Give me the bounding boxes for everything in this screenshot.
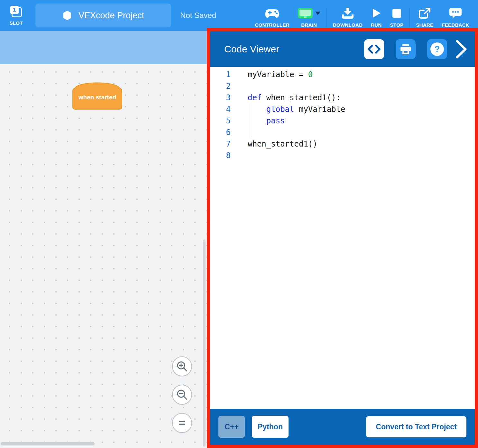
- line-number: 6: [210, 127, 231, 138]
- top-toolbar: 1 SLOT VEXcode Project Not Saved: [0, 0, 478, 31]
- line-number: 3: [210, 92, 231, 103]
- toolbar-divider: [326, 8, 327, 28]
- code-text: myVariable = 0: [248, 69, 313, 80]
- share-icon: [418, 7, 431, 19]
- toolbar-divider: [409, 8, 410, 28]
- brain-icon: [298, 8, 313, 18]
- project-name-pill[interactable]: VEXcode Project: [35, 4, 171, 27]
- chevron-down-icon: [315, 12, 320, 15]
- when-started-block[interactable]: when started: [71, 78, 124, 111]
- help-button[interactable]: ?: [427, 39, 447, 59]
- code-text: pass: [248, 115, 285, 127]
- line-number: 2: [210, 80, 231, 92]
- zoom-reset-icon: [176, 417, 188, 429]
- play-icon: [372, 8, 381, 18]
- code-viewer-panel: Code Viewer ?: [207, 28, 478, 448]
- project-title: VEXcode Project: [78, 11, 144, 21]
- blocks-workspace: when started: [0, 31, 207, 448]
- feedback-label: FEEDBACK: [442, 22, 469, 28]
- collapse-panel-button[interactable]: [455, 39, 468, 59]
- code-line: 3def when_started1():: [210, 92, 475, 103]
- convert-to-text-button[interactable]: Convert to Text Project: [366, 416, 466, 437]
- controller-label: CONTROLLER: [255, 22, 289, 28]
- zoom-in-button[interactable]: [172, 356, 192, 376]
- feedback-button[interactable]: FEEDBACK: [437, 3, 473, 28]
- python-language-button[interactable]: Python: [252, 416, 289, 438]
- run-button[interactable]: RUN: [367, 3, 386, 28]
- hexagon-icon: [62, 10, 72, 21]
- code-text: def when_started1():: [248, 92, 341, 103]
- when-started-label: when started: [71, 94, 124, 101]
- code-line: 8: [210, 150, 475, 161]
- line-number: 7: [210, 138, 231, 150]
- stop-icon: [392, 9, 401, 18]
- code-line: 7when_started1(): [210, 138, 475, 150]
- line-number: 4: [210, 103, 231, 115]
- chevron-right-icon: [455, 39, 468, 59]
- share-label: SHARE: [416, 22, 433, 28]
- slot-icon: 1: [10, 5, 23, 18]
- controller-button[interactable]: CONTROLLER: [251, 3, 293, 28]
- code-viewer-title: Code Viewer: [224, 44, 364, 55]
- code-line: 1myVariable = 0: [210, 69, 475, 80]
- share-button[interactable]: SHARE: [412, 3, 437, 28]
- code-line: 5 pass: [210, 115, 475, 127]
- download-button[interactable]: DOWNLOAD: [329, 3, 367, 28]
- code-line: 4 global myVariable: [210, 103, 475, 115]
- palette-strip: [0, 31, 207, 64]
- zoom-out-icon: [176, 389, 188, 400]
- vertical-scrollbar[interactable]: [203, 239, 206, 447]
- print-button[interactable]: [396, 39, 416, 59]
- save-status: Not Saved: [180, 11, 216, 20]
- code-line: 6: [210, 127, 475, 138]
- horizontal-scrollbar[interactable]: [1, 442, 95, 445]
- question-mark-icon: ?: [430, 42, 444, 56]
- run-label: RUN: [371, 22, 381, 28]
- code-toggle-button[interactable]: [364, 39, 384, 59]
- controller-icon: [264, 8, 280, 18]
- zoom-in-icon: [176, 361, 188, 372]
- download-label: DOWNLOAD: [333, 22, 363, 28]
- code-area[interactable]: 1myVariable = 023def when_started1():4 g…: [210, 67, 475, 409]
- download-icon: [341, 7, 355, 19]
- slot-number: 1: [10, 6, 19, 14]
- brain-button[interactable]: BRAIN: [294, 3, 325, 28]
- feedback-icon: [449, 7, 462, 19]
- line-number: 5: [210, 115, 231, 127]
- stop-button[interactable]: STOP: [386, 3, 408, 28]
- cpp-language-button[interactable]: C++: [218, 416, 245, 438]
- printer-icon: [400, 44, 411, 55]
- code-viewer-header: Code Viewer ?: [210, 31, 475, 67]
- line-number: 1: [210, 69, 231, 80]
- line-number: 8: [210, 150, 231, 161]
- zoom-reset-button[interactable]: [172, 413, 192, 433]
- code-lines: 1myVariable = 023def when_started1():4 g…: [210, 69, 475, 161]
- slot-label: SLOT: [9, 20, 23, 26]
- code-text: global myVariable: [248, 103, 345, 115]
- slot-selector[interactable]: 1 SLOT: [6, 5, 26, 26]
- stop-label: STOP: [390, 22, 403, 28]
- code-brackets-icon: [367, 43, 381, 55]
- code-viewer-footer: C++ Python Convert to Text Project: [210, 409, 475, 445]
- workspace-canvas[interactable]: when started: [0, 64, 207, 448]
- toolbar-actions: CONTROLLER BRAIN DOWNLOAD: [251, 3, 473, 28]
- code-line: 2: [210, 80, 475, 92]
- zoom-out-button[interactable]: [172, 385, 192, 405]
- zoom-controls: [172, 356, 192, 433]
- code-text: when_started1(): [248, 138, 317, 150]
- brain-label: BRAIN: [301, 22, 317, 28]
